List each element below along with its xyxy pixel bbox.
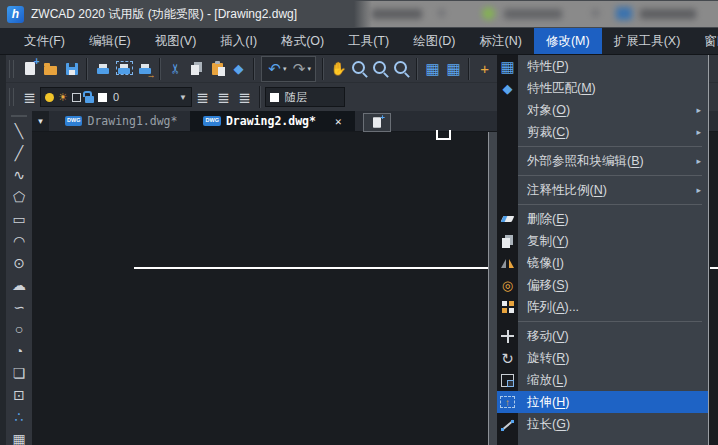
menubar-item-express-tools[interactable]: 扩展工具(X) (602, 28, 693, 54)
menu-item-erase[interactable]: 删除(E) (497, 208, 708, 230)
spline-tool-button[interactable]: ∽ (8, 296, 30, 318)
menubar-item-view[interactable]: 视图(V) (143, 28, 209, 54)
menu-item-properties[interactable]: ▦特性(P) (497, 55, 708, 77)
toolbar-grip[interactable] (11, 115, 27, 117)
zoom-previous-button[interactable] (391, 58, 412, 80)
layer-combo[interactable]: ☀ 0 ▼ (40, 87, 192, 107)
menubar-item-insert[interactable]: 插入(I) (208, 28, 269, 54)
save-button[interactable] (61, 58, 82, 80)
menu-filler (497, 435, 708, 445)
scale-icon (497, 369, 518, 391)
revcloud-tool-button[interactable]: ☁ (8, 274, 30, 296)
copy-button[interactable] (186, 58, 207, 80)
zoom-window-button[interactable] (370, 58, 391, 80)
print-button[interactable] (92, 58, 113, 80)
layer-plot-icon[interactable] (72, 93, 81, 102)
menubar-item-dimension[interactable]: 标注(N) (468, 28, 534, 54)
xline-tool-button[interactable]: ╱ (8, 142, 30, 164)
menu-item-mirror[interactable]: 镜像(I) (497, 252, 708, 274)
toolbar-grip[interactable] (9, 60, 14, 78)
drawn-line[interactable] (134, 267, 489, 269)
rectangle-tool-button[interactable]: ▭ (8, 208, 30, 230)
print-preview-button[interactable] (113, 58, 134, 80)
menu-item-move[interactable]: 移动(V) (497, 325, 708, 347)
menubar-item-edit[interactable]: 编辑(E) (77, 28, 143, 54)
menu-bar: 文件(F)编辑(E)视图(V)插入(I)格式(O)工具(T)绘图(D)标注(N)… (0, 28, 718, 55)
menu-item-label: 移动(V) (518, 328, 708, 345)
mirror-icon (501, 258, 514, 268)
new-button[interactable] (19, 58, 40, 80)
layer-properties-icon[interactable]: ≣ (19, 86, 40, 108)
pan-button[interactable]: ✋ (328, 58, 349, 80)
menu-item-xref-block-edit[interactable]: 外部参照和块编辑(B)▸ (497, 150, 708, 172)
tab-list-button[interactable]: ▼ (32, 111, 49, 131)
redo-icon: ↷ (293, 61, 306, 76)
properties-button[interactable]: ▦ (422, 58, 443, 80)
tab-drawing2[interactable]: DWG Drawing2.dwg* ✕ (190, 111, 354, 131)
polygon-tool-button[interactable]: ⬠ (8, 186, 30, 208)
redo-button[interactable]: ↷ (289, 58, 310, 80)
menu-item-match-properties[interactable]: ◆特性匹配(M) (497, 77, 708, 99)
polyline-tool-button[interactable]: ∿ (8, 164, 30, 186)
menu-item-scale[interactable]: 缩放(L) (497, 369, 708, 391)
ellipse-tool-button[interactable]: ○ (8, 318, 30, 340)
menu-item-label: 偏移(S) (518, 277, 708, 294)
new-drawing-button[interactable] (363, 113, 391, 132)
paste-button[interactable] (207, 58, 228, 80)
close-tab-icon[interactable]: ✕ (335, 115, 342, 128)
circle-tool-button[interactable]: ⊙ (8, 252, 30, 274)
layer-manager-icon[interactable]: ≣ (213, 86, 234, 108)
zoom-realtime-button[interactable] (349, 58, 370, 80)
open-button[interactable] (40, 58, 61, 80)
menu-item-array[interactable]: 阵列(A)... (497, 296, 708, 318)
menu-item-offset[interactable]: ◎偏移(S) (497, 274, 708, 296)
canvas-vertical-scrollbar[interactable] (488, 132, 497, 445)
new-icon (25, 62, 35, 75)
menu-item-lengthen[interactable]: 拉长(G) (497, 413, 708, 435)
menubar-item-modify[interactable]: 修改(M) (534, 28, 602, 54)
menu-item-clip[interactable]: 剪裁(C)▸ (497, 121, 708, 143)
menubar-item-draw[interactable]: 绘图(D) (401, 28, 467, 54)
menu-item-label: 阵列(A)... (518, 299, 708, 316)
ellipse-arc-icon: ◔ (15, 344, 23, 358)
menubar-item-format[interactable]: 格式(O) (269, 28, 336, 54)
quick-calc-button[interactable]: ▦ (443, 58, 464, 80)
print-preview-icon (118, 68, 130, 74)
point-tool-button[interactable]: ∴ (8, 406, 30, 428)
layer-states-icon[interactable]: ≣ (192, 86, 213, 108)
layer-on-icon[interactable] (45, 93, 54, 102)
menubar-item-window[interactable]: 窗口(W) (692, 28, 718, 54)
menubar-item-file[interactable]: 文件(F) (12, 28, 77, 54)
menu-item-copy[interactable]: 复制(Y) (497, 230, 708, 252)
hatch-tool-button[interactable]: ▦ (8, 428, 30, 445)
toolbar-grip[interactable] (9, 88, 14, 106)
tab-drawing1[interactable]: DWG Drawing1.dwg* (52, 111, 190, 131)
menu-item-object[interactable]: 对象(O)▸ (497, 99, 708, 121)
scale-icon (501, 374, 514, 387)
layer-thaw-icon[interactable]: ☀ (58, 92, 68, 103)
menu-item-label: 复制(Y) (518, 233, 708, 250)
match-properties-button[interactable]: ◆ (228, 58, 249, 80)
menubar-item-tools[interactable]: 工具(T) (336, 28, 401, 54)
arc-tool-button[interactable]: ◠ (8, 230, 30, 252)
save-icon (66, 63, 78, 75)
color-combo[interactable]: 随层 (265, 87, 345, 107)
chevron-down-icon[interactable]: ▼ (173, 93, 187, 102)
ellipse-arc-tool-button[interactable]: ◔ (8, 340, 30, 362)
menu-item-rotate[interactable]: ↻旋转(R) (497, 347, 708, 369)
layer-isolate-icon[interactable]: ≣ (234, 86, 255, 108)
cut-button[interactable]: ✂ (165, 58, 186, 80)
insert-block-tool-button[interactable]: ❏ (8, 362, 30, 384)
menu-item-annotative-scale[interactable]: 注释性比例(N)▸ (497, 179, 708, 201)
make-block-tool-button[interactable]: ⊡ (8, 384, 30, 406)
blurred-green-dot (482, 7, 495, 20)
layer-unlock-icon[interactable] (85, 96, 94, 103)
line-tool-button[interactable]: ╲ (8, 120, 30, 142)
partial-plus-button[interactable]: + (474, 58, 495, 80)
move-icon (497, 325, 518, 347)
chevron-down-icon: ▼ (37, 117, 45, 126)
drawn-partial-rectangle[interactable] (436, 130, 451, 140)
plot-button[interactable] (134, 58, 155, 80)
menu-item-stretch[interactable]: ↑拉伸(H) (497, 391, 708, 413)
undo-button[interactable]: ↶ (264, 58, 285, 80)
